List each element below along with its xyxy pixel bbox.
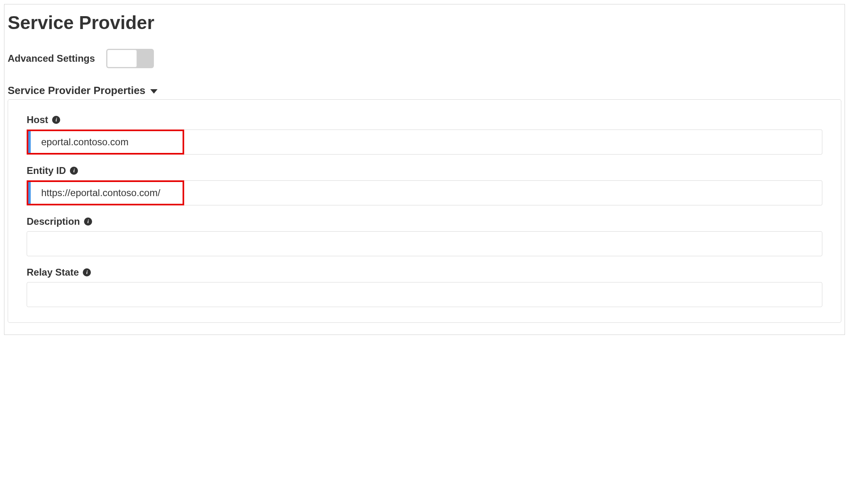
relay-state-label-row: Relay State i xyxy=(27,267,822,278)
entity-id-label: Entity ID xyxy=(27,165,66,176)
host-label: Host xyxy=(27,114,48,125)
description-label: Description xyxy=(27,216,80,227)
info-icon[interactable]: i xyxy=(70,167,78,175)
entity-id-input[interactable] xyxy=(27,180,822,205)
description-label-row: Description i xyxy=(27,216,822,227)
caret-down-icon xyxy=(150,89,158,94)
service-provider-page: Service Provider Advanced Settings Servi… xyxy=(4,4,845,335)
description-input[interactable] xyxy=(27,231,822,256)
sp-properties-title: Service Provider Properties xyxy=(8,84,145,97)
relay-state-input-wrap xyxy=(27,282,822,307)
advanced-settings-label: Advanced Settings xyxy=(8,53,95,64)
sp-properties-panel: Host i Entity ID i Description i xyxy=(8,99,841,323)
page-title: Service Provider xyxy=(8,12,843,33)
host-input-wrap xyxy=(27,130,822,155)
description-input-wrap xyxy=(27,231,822,256)
host-input[interactable] xyxy=(27,130,822,155)
description-field: Description i xyxy=(27,216,822,256)
sp-properties-header[interactable]: Service Provider Properties xyxy=(8,84,843,97)
host-field: Host i xyxy=(27,114,822,155)
relay-state-input[interactable] xyxy=(27,282,822,307)
relay-state-field: Relay State i xyxy=(27,267,822,307)
advanced-settings-toggle[interactable] xyxy=(106,49,154,68)
entity-id-label-row: Entity ID i xyxy=(27,165,822,176)
toggle-knob xyxy=(107,50,137,67)
info-icon[interactable]: i xyxy=(83,268,91,276)
info-icon[interactable]: i xyxy=(84,217,92,226)
host-label-row: Host i xyxy=(27,114,822,125)
entity-id-input-wrap xyxy=(27,180,822,205)
entity-id-field: Entity ID i xyxy=(27,165,822,205)
advanced-settings-row: Advanced Settings xyxy=(8,49,843,68)
relay-state-label: Relay State xyxy=(27,267,79,278)
info-icon[interactable]: i xyxy=(52,116,60,124)
